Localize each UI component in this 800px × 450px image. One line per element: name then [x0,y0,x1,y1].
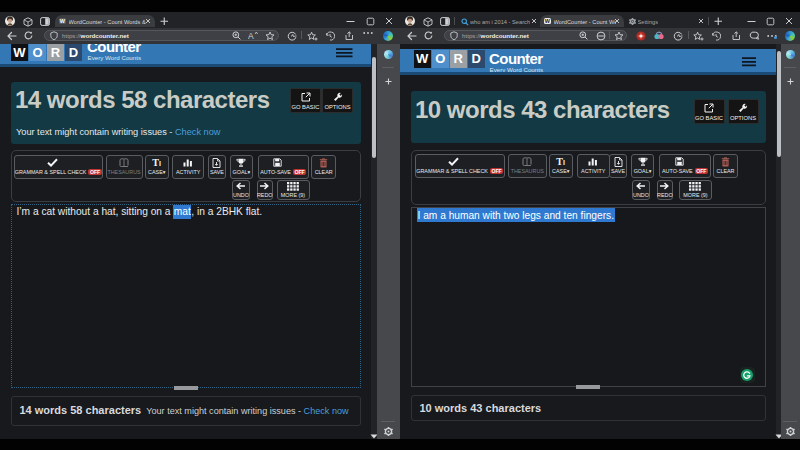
svg-text:A: A [248,31,254,40]
